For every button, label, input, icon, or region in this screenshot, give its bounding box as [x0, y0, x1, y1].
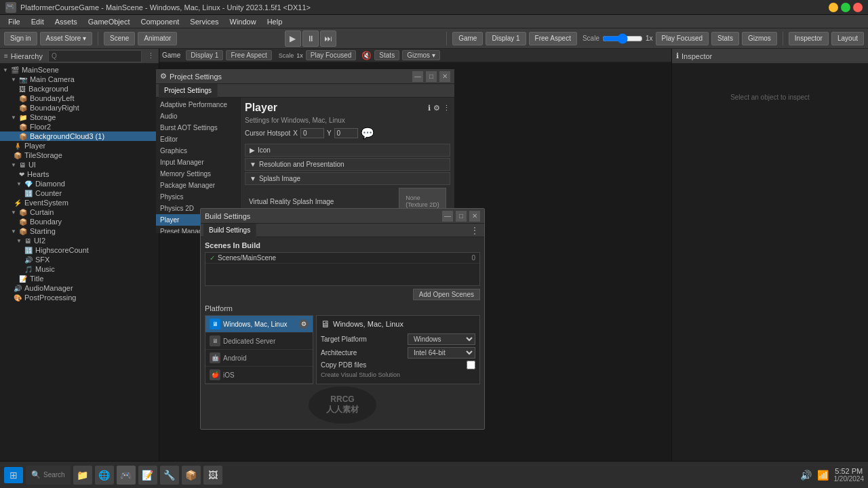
aspect-btn[interactable]: Free Aspect	[529, 32, 577, 45]
ps-icon-section[interactable]: ▶ Icon	[245, 144, 450, 157]
ps-item-package[interactable]: Package Manager	[156, 180, 240, 191]
hierarchy-item-hearts[interactable]: ❤Hearts	[0, 169, 159, 179]
hierarchy-item-ui[interactable]: ▼🖥UI	[0, 160, 159, 169]
bs-platform-windows[interactable]: 🖥 Windows, Mac, Linux ⚙	[205, 316, 313, 333]
hierarchy-menu[interactable]: ⋮	[147, 52, 155, 60]
ps-splash-section[interactable]: ▼ Splash Image	[245, 172, 450, 185]
play-btn[interactable]: ▶	[285, 30, 301, 47]
ps-item-burst[interactable]: Burst AOT Settings	[156, 122, 240, 134]
gizmos-btn[interactable]: Gizmos	[742, 32, 777, 45]
ps-item-adaptive[interactable]: Adaptive Performance	[156, 99, 240, 110]
gizmos-ctrl-btn[interactable]: Gizmos ▾	[402, 50, 440, 60]
hierarchy-item-maincamera[interactable]: ▼📷Main Camera	[0, 75, 159, 84]
asset-store-btn[interactable]: Asset Store ▾	[40, 32, 92, 45]
ps-close-btn[interactable]: ✕	[439, 71, 450, 82]
bs-platform-android[interactable]: 🤖 Android	[205, 350, 313, 367]
bs-architecture-select[interactable]: Intel 64-bit ARM 64-bit	[408, 347, 475, 359]
hierarchy-item-bgcloud3[interactable]: 📦BackgroundCloud3 (1)	[0, 131, 159, 141]
scale-slider[interactable]	[602, 33, 643, 44]
layout-btn[interactable]: Layout	[831, 32, 864, 45]
maximize-btn[interactable]	[841, 3, 850, 12]
step-btn[interactable]: ⏭	[320, 30, 336, 47]
hierarchy-item-audiomanager[interactable]: 🔊AudioManager	[0, 283, 159, 293]
animator-tab-btn[interactable]: Animator	[138, 32, 177, 45]
hierarchy-item-boundaryleft[interactable]: 📦BoundaryLeft	[0, 94, 159, 103]
pause-btn[interactable]: ⏸	[302, 30, 319, 47]
ps-maximize-btn[interactable]: □	[426, 71, 437, 82]
game-label-btn[interactable]: Game	[452, 32, 483, 45]
bs-tab-active[interactable]: Build Settings	[203, 224, 256, 237]
ps-item-physics[interactable]: Physics	[156, 191, 240, 203]
bs-minimize-btn[interactable]: —	[442, 211, 453, 222]
close-btn[interactable]	[853, 3, 863, 12]
hierarchy-item-boundaryright[interactable]: 📦BoundaryRight	[0, 103, 159, 113]
taskbar-app-misc2[interactable]: 📦	[182, 466, 201, 485]
scene-tab-btn[interactable]: Scene	[104, 32, 135, 45]
ps-y-input[interactable]	[334, 128, 358, 138]
hierarchy-item-title[interactable]: 📝Title	[0, 274, 159, 283]
hierarchy-item-postprocessing[interactable]: 🎨PostProcessing	[0, 293, 159, 302]
menu-edit[interactable]: Edit	[26, 15, 50, 28]
taskbar-app-unity[interactable]: 🎮	[117, 466, 136, 485]
taskbar-app-misc1[interactable]: 🔧	[160, 466, 179, 485]
ps-item-input[interactable]: Input Manager	[156, 157, 240, 168]
taskbar-app-vscode[interactable]: 📝	[138, 466, 157, 485]
ps-item-editor[interactable]: Editor	[156, 134, 240, 145]
menu-gameobject[interactable]: GameObject	[83, 15, 136, 28]
tray-sound-icon[interactable]: 🔊	[800, 470, 812, 481]
stats-ctrl-btn[interactable]: Stats	[374, 50, 399, 60]
hierarchy-item-curtain[interactable]: ▼📦Curtain	[0, 207, 159, 217]
taskbar-app-chrome[interactable]: 🌐	[95, 466, 114, 485]
aspect-ctrl-btn[interactable]: Free Aspect	[226, 50, 271, 60]
menu-services[interactable]: Services	[184, 15, 224, 28]
play-focused-ctrl-btn[interactable]: Play Focused	[306, 50, 357, 60]
play-focused-btn[interactable]: Play Focused	[656, 32, 709, 45]
ps-item-audio[interactable]: Audio	[156, 110, 240, 122]
hierarchy-item-storage[interactable]: ▼📁Storage	[0, 113, 159, 122]
taskbar-search[interactable]: 🔍 Search	[26, 466, 71, 485]
hierarchy-item-highscore[interactable]: 🔢HighscoreCount	[0, 245, 159, 255]
bs-platform-dedicated[interactable]: 🖥 Dedicated Server	[205, 333, 313, 350]
hierarchy-item-eventsystem[interactable]: ⚡EventSystem	[0, 198, 159, 207]
sign-in-btn[interactable]: Sign in	[4, 32, 37, 45]
display-btn[interactable]: Display 1	[486, 32, 526, 45]
menu-component[interactable]: Component	[135, 15, 184, 28]
ps-resolution-section[interactable]: ▼ Resolution and Presentation	[245, 158, 450, 171]
bs-target-platform-select[interactable]: Windows Mac Linux	[408, 333, 475, 345]
hierarchy-item-background[interactable]: 🖼Background	[0, 84, 159, 94]
hierarchy-item-mainscene[interactable]: ▼🎬MainScene	[0, 65, 159, 75]
ps-item-graphics[interactable]: Graphics	[156, 145, 240, 157]
hierarchy-item-diamond[interactable]: ▼💎Diamond	[0, 179, 159, 188]
ps-tab-active[interactable]: Project Settings	[159, 84, 218, 98]
bs-platform-settings-icon[interactable]: ⚙	[299, 319, 309, 329]
hierarchy-item-ui2[interactable]: ▼🖥UI2	[0, 236, 159, 245]
hierarchy-item-player[interactable]: 🧍Player	[0, 141, 159, 150]
tray-network-icon[interactable]: 📶	[817, 470, 829, 481]
hierarchy-item-music[interactable]: 🎵Music	[0, 264, 159, 274]
hierarchy-item-floor2[interactable]: 📦Floor2	[0, 122, 159, 131]
bs-close-btn[interactable]: ✕	[469, 211, 480, 222]
display-ctrl-btn[interactable]: Display 1	[186, 50, 223, 60]
ps-minimize-btn[interactable]: —	[412, 71, 423, 82]
start-btn[interactable]: ⊞	[4, 467, 23, 483]
menu-assets[interactable]: Assets	[50, 15, 83, 28]
taskbar-app-explorer[interactable]: 📁	[73, 466, 92, 485]
ps-item-memory[interactable]: Memory Settings	[156, 168, 240, 180]
minimize-btn[interactable]	[829, 3, 838, 12]
taskbar-app-misc3[interactable]: 🖼	[203, 466, 222, 485]
menu-window[interactable]: Window	[224, 15, 262, 28]
bs-platform-ios[interactable]: 🍎 iOS	[205, 367, 313, 384]
hierarchy-item-sfx[interactable]: 🔊SFX	[0, 255, 159, 264]
bs-maximize-btn[interactable]: □	[456, 211, 467, 222]
hierarchy-item-counter[interactable]: 🔢Counter	[0, 188, 159, 198]
bs-copy-pdb-check[interactable]	[467, 361, 475, 369]
inspector-tab-btn[interactable]: Inspector	[789, 32, 829, 45]
stats-btn[interactable]: Stats	[711, 32, 739, 45]
bs-menu-icon[interactable]: ⋮	[468, 226, 481, 235]
ps-x-input[interactable]	[300, 128, 324, 138]
hierarchy-item-starting[interactable]: ▼📦Starting	[0, 226, 159, 236]
bs-add-open-scenes-btn[interactable]: Add Open Scenes	[413, 289, 480, 300]
hierarchy-item-boundary[interactable]: 📦Boundary	[0, 217, 159, 226]
menu-help[interactable]: Help	[262, 15, 288, 28]
ps-menu-icon[interactable]: ⋮	[443, 104, 450, 113]
